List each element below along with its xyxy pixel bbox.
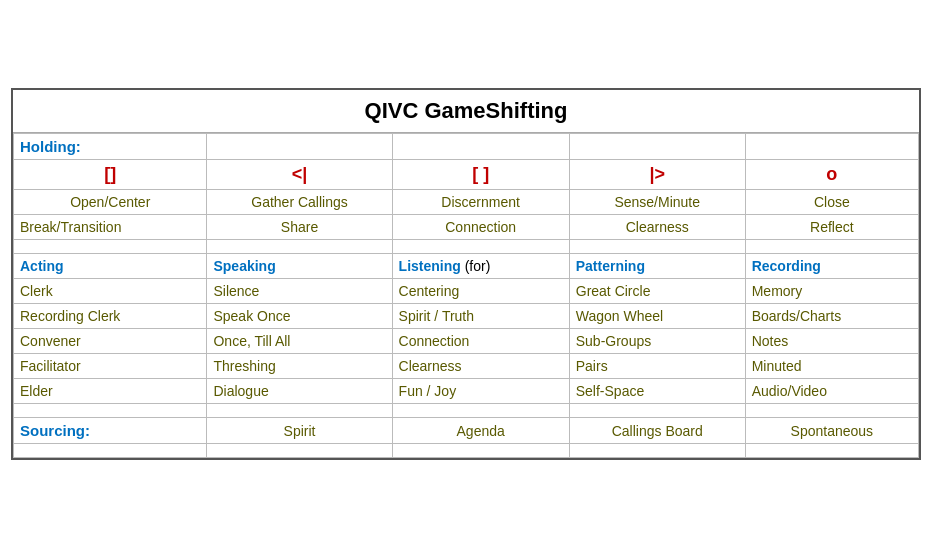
holding-empty-1 — [207, 134, 392, 160]
r2c4: Notes — [745, 329, 918, 354]
r3c3: Pairs — [569, 354, 745, 379]
r1c2: Spirit / Truth — [392, 304, 569, 329]
r2c3: Sub-Groups — [569, 329, 745, 354]
speaking-header: Speaking — [207, 254, 392, 279]
spacer-row-1 — [14, 240, 919, 254]
r4c3: Self-Space — [569, 379, 745, 404]
r0c1: Silence — [207, 279, 392, 304]
data-row-4: Elder Dialogue Fun / Joy Self-Space Audi… — [14, 379, 919, 404]
symbol-2: <| — [207, 160, 392, 190]
main-container: QIVC GameShifting Holding: [] <| [ ] |> … — [11, 88, 921, 460]
sourcing-col1: Spirit — [207, 418, 392, 444]
symbol-5: o — [745, 160, 918, 190]
r2c1: Once, Till All — [207, 329, 392, 354]
open-col4: Sense/Minute — [569, 190, 745, 215]
holding-empty-3 — [569, 134, 745, 160]
break-col2: Share — [207, 215, 392, 240]
page-title: QIVC GameShifting — [13, 90, 919, 133]
open-col1: Open/Center — [14, 190, 207, 215]
sourcing-col3: Callings Board — [569, 418, 745, 444]
r1c4: Boards/Charts — [745, 304, 918, 329]
symbol-4: |> — [569, 160, 745, 190]
break-row: Break/Transition Share Connection Clearn… — [14, 215, 919, 240]
acting-header: Acting — [14, 254, 207, 279]
recording-header: Recording — [745, 254, 918, 279]
r3c1: Threshing — [207, 354, 392, 379]
r4c2: Fun / Joy — [392, 379, 569, 404]
sourcing-label-cell: Sourcing: — [14, 418, 207, 444]
open-col3: Discernment — [392, 190, 569, 215]
sourcing-row: Sourcing: Spirit Agenda Callings Board S… — [14, 418, 919, 444]
r1c3: Wagon Wheel — [569, 304, 745, 329]
patterning-header: Patterning — [569, 254, 745, 279]
sourcing-col4: Spontaneous — [745, 418, 918, 444]
break-col3: Connection — [392, 215, 569, 240]
open-col2: Gather Callings — [207, 190, 392, 215]
holding-empty-2 — [392, 134, 569, 160]
holding-row: Holding: — [14, 134, 919, 160]
break-col5: Reflect — [745, 215, 918, 240]
r3c4: Minuted — [745, 354, 918, 379]
holding-label: Holding: — [14, 134, 207, 160]
col-headers-row: Acting Speaking Listening (for) Patterni… — [14, 254, 919, 279]
break-col1: Break/Transition — [14, 215, 207, 240]
symbol-3: [ ] — [392, 160, 569, 190]
open-col5: Close — [745, 190, 918, 215]
symbols-row: [] <| [ ] |> o — [14, 160, 919, 190]
listening-header: Listening (for) — [392, 254, 569, 279]
break-col4: Clearness — [569, 215, 745, 240]
r0c3: Great Circle — [569, 279, 745, 304]
listening-for: (for) — [465, 258, 491, 274]
data-row-0: Clerk Silence Centering Great Circle Mem… — [14, 279, 919, 304]
r1c1: Speak Once — [207, 304, 392, 329]
sourcing-col2: Agenda — [392, 418, 569, 444]
open-row: Open/Center Gather Callings Discernment … — [14, 190, 919, 215]
r0c4: Memory — [745, 279, 918, 304]
r2c2: Connection — [392, 329, 569, 354]
r4c1: Dialogue — [207, 379, 392, 404]
r2c0: Convener — [14, 329, 207, 354]
data-row-1: Recording Clerk Speak Once Spirit / Trut… — [14, 304, 919, 329]
bottom-empty-row — [14, 444, 919, 458]
holding-empty-4 — [745, 134, 918, 160]
r3c2: Clearness — [392, 354, 569, 379]
r1c0: Recording Clerk — [14, 304, 207, 329]
main-table: Holding: [] <| [ ] |> o Open/Center Gath… — [13, 133, 919, 458]
r4c4: Audio/Video — [745, 379, 918, 404]
data-row-2: Convener Once, Till All Connection Sub-G… — [14, 329, 919, 354]
r3c0: Facilitator — [14, 354, 207, 379]
r4c0: Elder — [14, 379, 207, 404]
data-row-3: Facilitator Threshing Clearness Pairs Mi… — [14, 354, 919, 379]
symbol-1: [] — [14, 160, 207, 190]
spacer-row-2 — [14, 404, 919, 418]
r0c2: Centering — [392, 279, 569, 304]
r0c0: Clerk — [14, 279, 207, 304]
